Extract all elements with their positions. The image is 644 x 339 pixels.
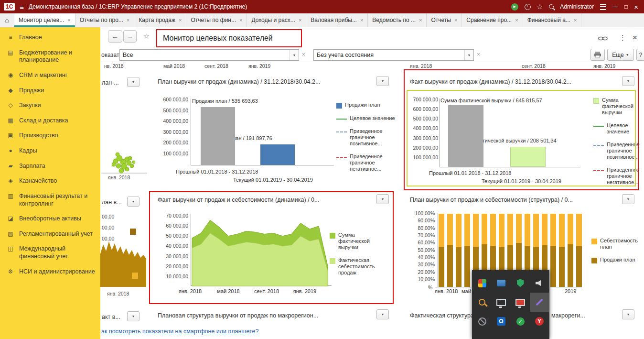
sidebar-item-3[interactable]: ◉CRM и маркетинг <box>0 68 100 83</box>
sidebar-item-5[interactable]: ◇Закупки <box>0 98 100 113</box>
y-tick-label: 400 000,00 <box>163 119 188 124</box>
tab-9[interactable]: Сравнение про...× <box>462 13 523 27</box>
tab-close-icon[interactable]: × <box>239 17 242 23</box>
tab-close-icon[interactable]: × <box>454 17 457 23</box>
sidebar-item-15[interactable]: ⚙НСИ и администрирование <box>0 264 100 280</box>
sidebar-item-2[interactable]: ▤Бюджетирование и планирование <box>0 45 100 68</box>
history-icon[interactable] <box>525 4 531 10</box>
sidebar-item-6[interactable]: ▦Склад и доставка <box>0 113 100 129</box>
back-button[interactable]: ← <box>108 30 122 43</box>
favorite-star-icon[interactable]: ☆ <box>143 32 150 41</box>
help-button[interactable]: ? <box>636 49 644 61</box>
indicators-filter-field[interactable]: Все ▼ <box>119 49 299 61</box>
tab-close-icon[interactable]: × <box>127 17 129 23</box>
search-icon[interactable] <box>549 4 554 9</box>
pen-tool-icon[interactable] <box>530 293 549 312</box>
get-link-icon[interactable] <box>598 36 608 41</box>
tab-close-icon[interactable]: × <box>419 17 422 23</box>
display-app-icon[interactable] <box>492 273 511 293</box>
plan-macro-dropdown[interactable]: ▼ <box>376 309 389 319</box>
close-form-icon[interactable]: × <box>633 33 637 43</box>
discussions-icon[interactable]: ▶ <box>511 3 518 11</box>
stacked-bar[interactable] <box>559 214 565 287</box>
tab-close-icon[interactable]: × <box>360 17 363 23</box>
fact-area-chart[interactable] <box>191 215 329 286</box>
stacked-bar[interactable] <box>439 214 444 287</box>
more-button[interactable]: Еще ▼ <box>607 49 634 61</box>
update-ok-icon[interactable]: ✓ <box>511 312 530 331</box>
clipped-chart-dropdown[interactable]: ▼ <box>127 77 140 87</box>
tab-3[interactable]: Карта продаж× <box>134 13 186 27</box>
tab-5[interactable]: Доходы и расх...× <box>247 13 306 27</box>
yandex-icon[interactable]: Y <box>530 312 549 331</box>
sidebar-item-13[interactable]: ▧Регламентированный учет <box>0 227 100 242</box>
smartphone-help-link[interactable]: ак посмотреть показатели на смартфоне ил… <box>101 328 258 335</box>
sidebar-item-8[interactable]: ●Кадры <box>0 143 100 159</box>
plan-structure-dropdown[interactable]: ▼ <box>622 194 634 204</box>
stacked-bar[interactable] <box>456 214 462 287</box>
antivirus-shield-icon[interactable] <box>511 273 530 293</box>
tab-close-icon[interactable]: × <box>299 17 301 23</box>
main-menu-icon[interactable]: ≡ <box>20 3 24 11</box>
minimize-button[interactable]: — <box>612 3 618 10</box>
volume-icon[interactable] <box>530 273 549 293</box>
chart-bar-сумма-фактической-выручки[interactable] <box>448 105 483 167</box>
stacked-bar[interactable] <box>447 214 453 287</box>
indicators-filter-dropdown-icon[interactable]: ▼ <box>290 50 299 60</box>
fact-macro-dropdown[interactable]: ▼ <box>622 309 634 319</box>
indicators-filter-clear-icon[interactable]: × <box>302 51 305 58</box>
sidebar-item-10[interactable]: ◈Казначейство <box>0 174 100 189</box>
search-tool-icon[interactable] <box>472 293 492 312</box>
fact-area-title: Факт выручки от продаж и себестоимости (… <box>158 197 320 203</box>
sidebar-item-7[interactable]: ▣Производство <box>0 128 100 143</box>
chart-bar-продажи-план[interactable] <box>260 144 295 165</box>
clipped-area-chart[interactable] <box>100 238 146 288</box>
monitor-icon[interactable] <box>492 293 511 312</box>
tab-10[interactable]: Финансовый а...× <box>523 13 582 27</box>
tab-2[interactable]: Отчеты по про...× <box>75 13 135 27</box>
tab-7[interactable]: Ведомость по ...× <box>368 13 427 27</box>
tab-8[interactable]: Отчеты× <box>427 13 462 27</box>
tab-close-icon[interactable]: × <box>67 17 70 23</box>
more-menu-icon[interactable]: ⋮ <box>619 33 626 42</box>
sidebar-item-14[interactable]: ◫Международный финансовый учет <box>0 241 100 264</box>
tab-close-icon[interactable]: × <box>179 17 182 23</box>
plan-dynamics-dropdown[interactable]: ▼ <box>376 76 389 86</box>
clipped-scatter-chart[interactable] <box>101 131 147 175</box>
mail-app-icon[interactable]: O <box>492 312 511 331</box>
tab-close-icon[interactable]: × <box>574 17 577 23</box>
sidebar-item-4[interactable]: ◆Продажи <box>0 83 100 98</box>
remote-desktop-icon[interactable] <box>511 293 530 312</box>
stacked-bar[interactable] <box>550 214 556 287</box>
tab-4[interactable]: Отчеты по фин...× <box>186 13 247 27</box>
fact-dynamics-dropdown[interactable]: ▼ <box>622 76 634 86</box>
screen-recorder-icon[interactable] <box>472 273 492 293</box>
hidden-icons-icon[interactable] <box>472 312 492 331</box>
sidebar-item-9[interactable]: ▰Зарплата <box>0 159 100 174</box>
chart-bar-продажи-план[interactable] <box>201 107 235 165</box>
tab-close-icon[interactable]: × <box>515 17 518 23</box>
maximize-button[interactable]: □ <box>624 3 628 10</box>
state-filter-field[interactable]: Без учета состояния ▼ <box>313 49 474 61</box>
chart-bar-сумма-фактической-выручки[interactable] <box>510 147 546 167</box>
close-window-button[interactable]: × <box>634 3 638 11</box>
stacked-segment-cost <box>490 214 496 246</box>
sidebar-item-11[interactable]: ▥Финансовый результат и контроллинг <box>0 189 100 211</box>
service-menu-icon[interactable] <box>600 4 606 10</box>
clipped-chart-dropdown[interactable]: ▼ <box>127 311 140 321</box>
fact-area-dropdown[interactable]: ▼ <box>376 194 389 204</box>
home-tab[interactable]: ⌂ <box>0 13 14 27</box>
sidebar-item-1[interactable]: ≡Главное <box>0 30 100 45</box>
state-filter-clear-icon[interactable]: × <box>477 51 480 58</box>
favorites-icon[interactable]: ☆ <box>537 3 543 11</box>
clipped-chart-dropdown[interactable]: ▼ <box>127 197 140 207</box>
print-button[interactable] <box>590 49 605 61</box>
stacked-bar[interactable] <box>576 214 582 287</box>
stacked-bar[interactable] <box>568 214 573 287</box>
sidebar-item-12[interactable]: ◪Внеоборотные активы <box>0 211 100 227</box>
state-filter-dropdown-icon[interactable]: ▼ <box>464 50 473 60</box>
tab-6[interactable]: Валовая прибы...× <box>306 13 368 27</box>
stacked-bar[interactable] <box>464 214 470 287</box>
tab-1[interactable]: Монитор целев...× <box>14 13 75 27</box>
forward-button[interactable]: → <box>123 30 137 43</box>
